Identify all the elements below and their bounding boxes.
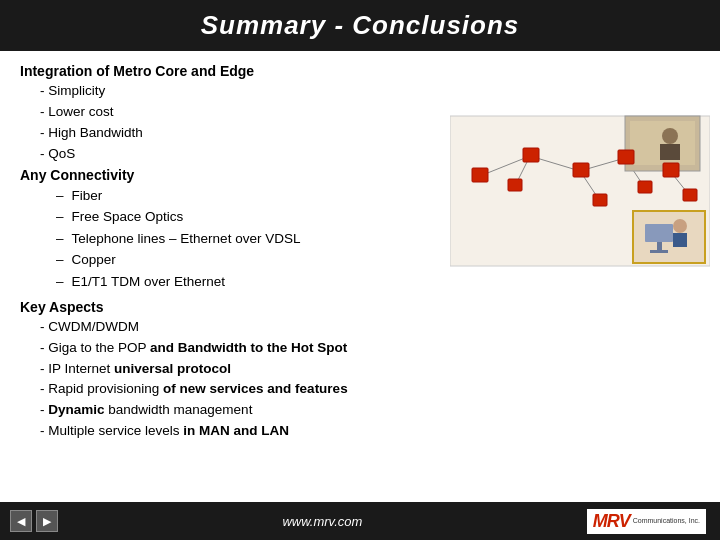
nav-next-button[interactable]: ▶ <box>36 510 58 532</box>
svg-point-11 <box>662 128 678 144</box>
integration-heading: Integration of Metro Core and Edge <box>20 63 700 79</box>
list-item: - Giga to the POP and Bandwidth to the H… <box>40 338 700 359</box>
list-item: - Simplicity <box>40 81 700 102</box>
list-item: - Multiple service levels in MAN and LAN <box>40 421 700 442</box>
list-item: - CWDM/DWDM <box>40 317 700 338</box>
bullet-icon: – <box>56 249 64 271</box>
bullet-icon: – <box>56 271 64 293</box>
footer-navigation: ◀ ▶ <box>10 510 58 532</box>
mrv-logo-box: MRV Communications, Inc. <box>587 509 706 534</box>
list-item: - Rapid provisioning of new services and… <box>40 379 700 400</box>
bullet-icon: – <box>56 228 64 250</box>
svg-point-26 <box>673 219 687 233</box>
network-diagram-svg <box>450 101 710 281</box>
key-aspects-section: Key Aspects - CWDM/DWDM - Giga to the PO… <box>20 299 700 443</box>
footer-bar: ◀ ▶ www.mrv.com MRV Communications, Inc. <box>0 502 720 540</box>
svg-rect-16 <box>618 150 634 164</box>
svg-rect-24 <box>657 242 662 250</box>
network-diagram-area <box>450 101 710 281</box>
svg-rect-17 <box>663 163 679 177</box>
key-aspects-heading: Key Aspects <box>20 299 700 315</box>
content-area: Integration of Metro Core and Edge - Sim… <box>0 51 720 452</box>
svg-rect-13 <box>472 168 488 182</box>
svg-rect-19 <box>593 194 607 206</box>
page-title: Summary - Conclusions <box>201 10 520 40</box>
footer-url: www.mrv.com <box>282 514 362 529</box>
svg-rect-14 <box>523 148 539 162</box>
list-item: - Dynamic bandwidth management <box>40 400 700 421</box>
title-bar: Summary - Conclusions <box>0 0 720 51</box>
svg-rect-27 <box>673 233 687 247</box>
key-aspects-items: - CWDM/DWDM - Giga to the POP and Bandwi… <box>20 317 700 443</box>
mrv-logo: MRV Communications, Inc. <box>587 509 706 534</box>
mrv-company-sub: Communications, Inc. <box>633 517 700 525</box>
svg-rect-12 <box>660 144 680 160</box>
svg-rect-21 <box>683 189 697 201</box>
bullet-icon: – <box>56 185 64 207</box>
bullet-icon: – <box>56 206 64 228</box>
nav-prev-button[interactable]: ◀ <box>10 510 32 532</box>
svg-rect-18 <box>508 179 522 191</box>
svg-rect-15 <box>573 163 589 177</box>
mrv-logo-text: MRV <box>593 511 630 532</box>
svg-rect-25 <box>650 250 668 253</box>
list-item: - IP Internet universal protocol <box>40 359 700 380</box>
svg-rect-23 <box>645 224 673 242</box>
svg-rect-20 <box>638 181 652 193</box>
